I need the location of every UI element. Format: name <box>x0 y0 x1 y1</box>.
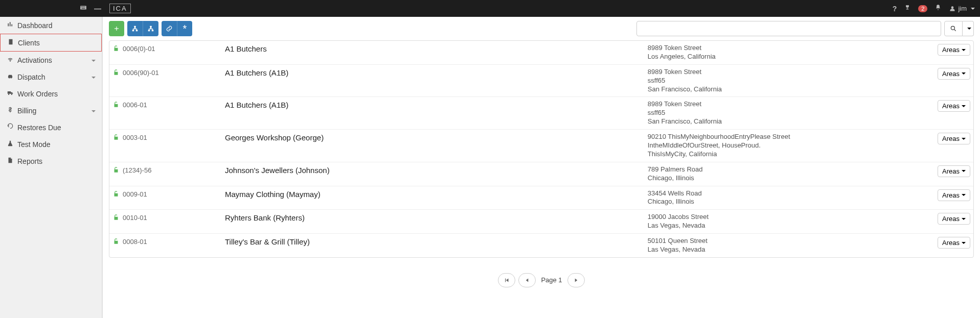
client-address-line: Chicago, Illinois <box>648 198 929 206</box>
sidebar-item-clients[interactable]: Clients <box>0 34 102 52</box>
pager-next-button[interactable] <box>567 273 585 287</box>
client-address-line: ssff65 <box>648 109 929 117</box>
car-icon <box>6 72 14 81</box>
client-address: 19000 Jacobs StreetLas Vegas, Nevada <box>648 213 929 230</box>
unlock-icon <box>112 44 123 61</box>
sidebar-item-label: Clients <box>18 39 40 47</box>
areas-button[interactable]: Areas <box>938 44 970 56</box>
trophy-icon[interactable] <box>904 4 911 13</box>
sidebar-item-billing[interactable]: Billing <box>0 102 102 119</box>
areas-button[interactable]: Areas <box>938 133 970 144</box>
client-row[interactable]: 0008-01Tilley's Bar & Grill (Tilley)5010… <box>109 233 973 257</box>
notification-badge[interactable]: 2 <box>918 5 927 12</box>
client-row[interactable]: 0009-01Maymay Clothing (Maymay)33454 Wel… <box>109 186 973 210</box>
client-code: 0006-01 <box>123 100 225 126</box>
client-row[interactable]: (1234)-56Johnson's Jewellers (Johnson)78… <box>109 162 973 186</box>
sidebar-item-label: Dashboard <box>17 21 53 30</box>
keyboard-icon[interactable] <box>80 4 87 13</box>
client-address-line: ThisIsMyCity, California <box>648 150 929 159</box>
client-row[interactable]: 0006(90)-01A1 Butchers (A1B)8989 Token S… <box>109 64 973 97</box>
svg-rect-1 <box>81 7 81 7</box>
search-options-button[interactable] <box>963 21 974 36</box>
client-code: 0009-01 <box>123 189 225 207</box>
client-address: 8989 Token Streetssff65San Francisco, Ca… <box>648 100 929 126</box>
pager: Page 1 <box>109 273 974 287</box>
client-address-line: 8989 Token Street <box>648 44 929 53</box>
client-address-line: 90210 ThisMyNeighbourhoodEntryPlease Str… <box>648 133 929 141</box>
svg-point-8 <box>10 61 10 61</box>
sitemap-button[interactable] <box>127 21 143 36</box>
svg-rect-16 <box>152 30 154 31</box>
client-name: Ryhters Bank (Ryhters) <box>225 213 648 230</box>
help-icon[interactable]: ? <box>893 5 897 13</box>
bell-icon[interactable] <box>935 4 942 13</box>
svg-rect-15 <box>148 30 150 31</box>
client-address-line: 789 Palmers Road <box>648 165 929 174</box>
sidebar-item-label: Restores Due <box>17 124 61 132</box>
client-row[interactable]: 0003-01Georges Workshop (George)90210 Th… <box>109 129 973 162</box>
client-code: 0010-01 <box>123 213 225 230</box>
sitemap-alt-button[interactable] <box>143 21 158 36</box>
sidebar-item-restores-due[interactable]: Restores Due <box>0 119 102 136</box>
svg-rect-5 <box>84 7 85 7</box>
sidebar-item-dashboard[interactable]: Dashboard <box>0 17 102 34</box>
client-address-line: ssff65 <box>648 77 929 85</box>
client-address-line: Chicago, Illinois <box>648 174 929 183</box>
link-button[interactable] <box>162 21 177 36</box>
user-menu[interactable]: jim <box>949 5 975 12</box>
areas-button[interactable]: Areas <box>938 237 970 249</box>
asterisk-button[interactable]: * <box>177 21 192 36</box>
areas-button[interactable]: Areas <box>938 100 970 112</box>
app-logo: ICA <box>109 4 131 13</box>
toolbar: * <box>109 21 974 36</box>
areas-button[interactable]: Areas <box>938 68 970 80</box>
areas-button[interactable]: Areas <box>938 189 970 201</box>
sidebar-item-work-orders[interactable]: Work Orders <box>0 85 102 102</box>
client-address-line: Las Vegas, Nevada <box>648 246 929 254</box>
svg-point-9 <box>8 94 9 95</box>
svg-point-17 <box>951 26 954 30</box>
sidebar-item-test-mode[interactable]: Test Mode <box>0 136 102 153</box>
client-address: 789 Palmers RoadChicago, Illinois <box>648 165 929 183</box>
sidebar: DashboardClientsActivationsDispatchWork … <box>0 17 102 318</box>
client-name: Georges Workshop (George) <box>225 133 648 159</box>
pager-prev-button[interactable] <box>518 273 536 287</box>
sidebar-item-activations[interactable]: Activations <box>0 52 102 68</box>
svg-rect-4 <box>84 7 84 7</box>
unlock-icon <box>112 165 123 183</box>
chart-icon <box>6 21 14 30</box>
areas-button[interactable]: Areas <box>938 213 970 225</box>
client-row[interactable]: 0006(0)-01A1 Butchers8989 Token StreetLo… <box>109 41 973 64</box>
areas-button[interactable]: Areas <box>938 165 970 177</box>
client-row[interactable]: 0010-01Ryhters Bank (Ryhters)19000 Jacob… <box>109 209 973 233</box>
client-address-line: Las Vegas, Nevada <box>648 222 929 230</box>
client-address-line: Los Angeles, California <box>648 53 929 61</box>
search-input[interactable] <box>636 21 941 36</box>
minimize-icon[interactable]: — <box>94 5 101 13</box>
add-button[interactable] <box>109 21 124 36</box>
sidebar-item-label: Reports <box>17 157 42 165</box>
sidebar-item-label: Billing <box>17 107 36 115</box>
client-address-line: 50101 Queen Street <box>648 237 929 246</box>
pager-first-button[interactable] <box>498 273 515 287</box>
unlock-icon <box>112 213 123 230</box>
flask-icon <box>6 140 14 149</box>
client-name: Johnson's Jewellers (Johnson) <box>225 165 648 183</box>
building-icon <box>7 38 15 47</box>
sidebar-item-dispatch[interactable]: Dispatch <box>0 68 102 85</box>
unlock-icon <box>112 189 123 207</box>
client-row[interactable]: 0006-01A1 Butchers (A1B)8989 Token Stree… <box>109 96 973 129</box>
chevron-down-icon <box>89 73 96 81</box>
client-address-line: San Francisco, California <box>648 117 929 126</box>
svg-rect-12 <box>132 30 134 31</box>
topbar: — ICA ? 2 jim <box>0 0 980 17</box>
search-button[interactable] <box>944 21 963 36</box>
client-address: 8989 Token Streetssff65San Francisco, Ca… <box>648 68 929 94</box>
svg-rect-13 <box>136 30 138 31</box>
svg-point-10 <box>11 94 12 95</box>
svg-rect-2 <box>82 7 82 7</box>
sidebar-item-reports[interactable]: Reports <box>0 153 102 169</box>
client-name: A1 Butchers (A1B) <box>225 100 648 126</box>
file-icon <box>6 157 14 165</box>
pager-label: Page 1 <box>541 276 562 284</box>
